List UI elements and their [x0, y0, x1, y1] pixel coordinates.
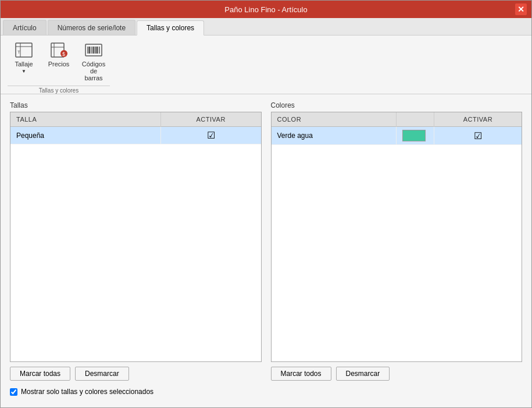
talla-cell: Pequeña — [10, 127, 160, 144]
codigos-label: Códigosde barras — [80, 61, 107, 81]
codigos-icon — [84, 41, 103, 59]
tallaje-arrow: ▼ — [22, 69, 26, 74]
precios-icon: $ — [49, 41, 68, 59]
ribbon-group-label: Tallas y colores — [8, 86, 110, 94]
color-activar-col-header: ACTIVAR — [434, 112, 522, 127]
ribbon-buttons: T Tallaje ▼ $ — [8, 38, 110, 84]
tallaje-icon: T — [15, 41, 33, 59]
ribbon-codigos-button[interactable]: Códigosde barras — [77, 38, 110, 84]
table-row[interactable]: Pequeña ☑ — [10, 127, 261, 144]
tab-tallas[interactable]: Tallas y colores — [137, 20, 204, 36]
precios-label: Precios — [48, 61, 70, 68]
tab-bar: Artículo Números de serie/lote Tallas y … — [1, 18, 531, 36]
close-button[interactable]: ✕ — [515, 3, 527, 15]
tallas-mark-all-button[interactable]: Marcar todas — [10, 367, 70, 381]
color-swatch-cell — [397, 127, 434, 145]
tallaje-label: Tallaje — [15, 61, 33, 68]
table-row[interactable]: Verde agua ☑ — [272, 127, 522, 145]
color-activar-cell[interactable]: ☑ — [434, 127, 522, 145]
content-area: Tallas TALLA ACTIVAR Pequeña ☑ — [1, 94, 531, 407]
panels: Tallas TALLA ACTIVAR Pequeña ☑ — [10, 101, 522, 381]
colores-table: COLOR ACTIVAR Verde agua ☑ — [272, 112, 522, 145]
tallas-panel: Tallas TALLA ACTIVAR Pequeña ☑ — [10, 101, 262, 381]
tallas-table: TALLA ACTIVAR Pequeña ☑ — [10, 112, 261, 144]
tallas-header-row: TALLA ACTIVAR — [10, 112, 261, 127]
colores-mark-all-button[interactable]: Marcar todos — [271, 367, 331, 381]
title-bar: Paño Lino Fino - Artículo ✕ — [1, 1, 531, 18]
color-name-cell: Verde agua — [272, 127, 397, 145]
main-window: Paño Lino Fino - Artículo ✕ Artículo Núm… — [0, 0, 532, 408]
activar-cell[interactable]: ☑ — [160, 127, 260, 144]
svg-text:T: T — [17, 49, 20, 55]
colores-title: Colores — [271, 101, 523, 109]
tallas-unmark-button[interactable]: Desmarcar — [75, 367, 129, 381]
ribbon-precios-button[interactable]: $ Precios — [42, 38, 75, 84]
tab-series[interactable]: Números de serie/lote — [48, 20, 135, 35]
activar-col-header: ACTIVAR — [160, 112, 260, 127]
colores-buttons: Marcar todos Desmarcar — [271, 367, 523, 381]
colores-header-row: COLOR ACTIVAR — [272, 112, 522, 127]
tallas-buttons: Marcar todas Desmarcar — [10, 367, 262, 381]
colores-panel: Colores COLOR ACTIVAR Verde — [271, 101, 523, 381]
tallas-col-header: TALLA — [10, 112, 160, 127]
color-col-header: COLOR — [272, 112, 397, 127]
tallas-table-container[interactable]: TALLA ACTIVAR Pequeña ☑ — [10, 112, 262, 362]
ribbon-group-tallas: T Tallaje ▼ $ — [5, 38, 112, 94]
svg-text:$: $ — [62, 51, 65, 57]
tallas-title: Tallas — [10, 101, 262, 109]
footer-label: Mostrar solo tallas y colores selecciona… — [21, 388, 153, 396]
colores-table-container[interactable]: COLOR ACTIVAR Verde agua ☑ — [271, 112, 523, 362]
tab-articulo[interactable]: Artículo — [3, 20, 47, 35]
ribbon: T Tallaje ▼ $ — [1, 36, 531, 94]
show-selected-checkbox[interactable] — [10, 388, 17, 396]
color-swatch-col-header — [397, 112, 434, 127]
colores-unmark-button[interactable]: Desmarcar — [336, 367, 390, 381]
window-title: Paño Lino Fino - Artículo — [17, 5, 515, 14]
footer: Mostrar solo tallas y colores selecciona… — [10, 385, 522, 400]
ribbon-tallaje-button[interactable]: T Tallaje ▼ — [8, 38, 40, 84]
